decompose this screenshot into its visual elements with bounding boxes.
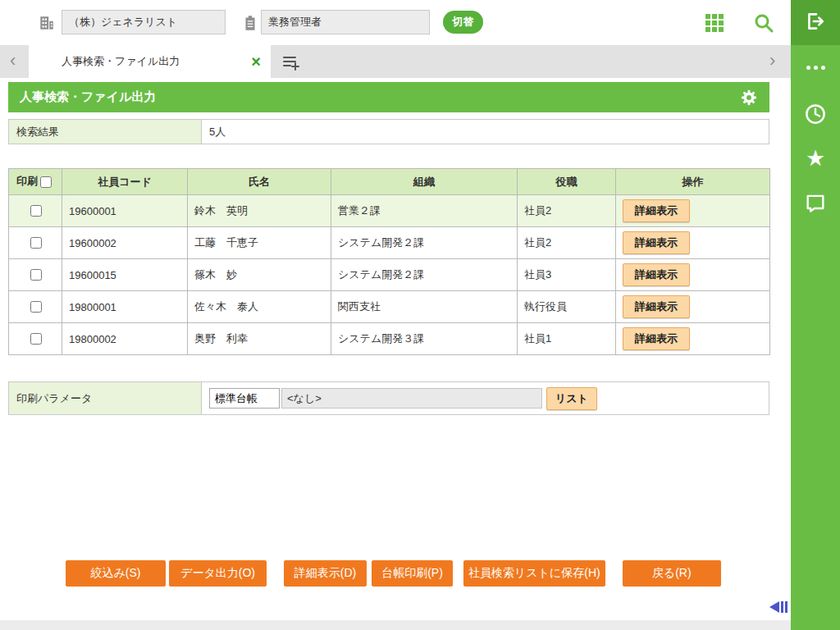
data-output-button[interactable]: データ出力(O) <box>169 560 267 587</box>
cell-name: 奥野 利幸 <box>188 323 331 355</box>
back-button[interactable]: 戻る(R) <box>623 560 721 587</box>
role-input[interactable] <box>261 10 430 34</box>
chevron-right-icon[interactable]: › <box>766 45 778 78</box>
bottom-scroll-strip[interactable] <box>0 620 791 630</box>
collapse-arrow-icon[interactable] <box>768 599 789 619</box>
detail-button[interactable]: 詳細表示 <box>623 295 690 318</box>
table-row: 19600001 鈴木 英明 営業２課 社員2 詳細表示 <box>9 195 770 227</box>
table-header-row: 印刷 社員コード 氏名 組織 役職 操作 <box>9 169 770 195</box>
sidebar: ★ <box>791 45 840 630</box>
header-print-label: 印刷 <box>16 175 38 187</box>
header-post: 役職 <box>518 169 616 195</box>
row-checkbox[interactable] <box>30 205 42 217</box>
cell-org: 関西支社 <box>331 291 518 323</box>
search-result-box: 検索結果 5人 <box>8 119 769 144</box>
table-row: 19600002 工藤 千恵子 システム開発２課 社員2 詳細表示 <box>9 227 770 259</box>
header-action: 操作 <box>616 169 770 195</box>
ledger-print-button[interactable]: 台帳印刷(P) <box>372 560 453 587</box>
detail-button[interactable]: 詳細表示 <box>623 263 690 286</box>
add-tab-icon[interactable] <box>281 52 300 72</box>
print-parameter-box: 印刷パラメータ <なし> リスト <box>8 381 769 415</box>
cell-code: 19800001 <box>62 291 188 323</box>
search-result-value: 5人 <box>202 120 226 144</box>
table-row: 19600015 篠木 妙 システム開発２課 社員3 詳細表示 <box>9 259 770 291</box>
cell-code: 19800002 <box>62 323 188 355</box>
cell-post: 社員2 <box>518 195 616 227</box>
logout-button[interactable] <box>791 0 840 45</box>
tab-bar: ‹ 人事検索・ファイル出力 × › <box>0 45 791 78</box>
detail-button[interactable]: 詳細表示 <box>623 199 690 222</box>
more-icon[interactable] <box>791 53 840 81</box>
tab-active[interactable]: 人事検索・ファイル出力 × <box>29 45 271 78</box>
cell-code: 19600001 <box>62 195 188 227</box>
row-checkbox[interactable] <box>30 301 42 313</box>
header-print: 印刷 <box>9 169 62 195</box>
table-row: 19800002 奥野 利幸 システム開発３課 社員1 詳細表示 <box>9 323 770 355</box>
cell-post: 執行役員 <box>518 291 616 323</box>
cell-post: 社員2 <box>518 227 616 259</box>
cell-org: システム開発２課 <box>331 227 518 259</box>
search-result-label: 検索結果 <box>9 120 202 144</box>
tab-close-icon[interactable]: × <box>251 52 261 71</box>
apps-grid-icon[interactable] <box>702 11 727 35</box>
ledger-input[interactable] <box>209 388 280 409</box>
company-building-icon <box>38 14 56 32</box>
cell-code: 19600015 <box>62 259 188 291</box>
cell-org: システム開発２課 <box>331 259 518 291</box>
detail-button[interactable]: 詳細表示 <box>623 327 690 350</box>
print-parameter-label: 印刷パラメータ <box>9 382 202 414</box>
filter-button[interactable]: 絞込み(S) <box>66 560 166 587</box>
role-clipboard-icon <box>241 14 259 32</box>
search-icon[interactable] <box>751 11 776 35</box>
company-input[interactable] <box>62 10 226 34</box>
tab-label: 人事検索・ファイル出力 <box>62 54 180 69</box>
row-checkbox[interactable] <box>30 269 42 281</box>
cell-org: システム開発３課 <box>331 323 518 355</box>
cell-name: 工藤 千恵子 <box>188 227 331 259</box>
history-icon[interactable] <box>791 100 840 128</box>
row-checkbox[interactable] <box>30 237 42 249</box>
save-search-list-button[interactable]: 社員検索リストに保存(H) <box>463 560 605 587</box>
cell-post: 社員1 <box>518 323 616 355</box>
cell-post: 社員3 <box>518 259 616 291</box>
gear-icon[interactable] <box>740 89 758 107</box>
header-org: 組織 <box>331 169 518 195</box>
employee-table: 印刷 社員コード 氏名 組織 役職 操作 19600001 鈴木 英明 営業２課… <box>8 168 770 355</box>
table-row: 19800001 佐々木 泰人 関西支社 執行役員 詳細表示 <box>9 291 770 323</box>
page-title: 人事検索・ファイル出力 <box>20 89 156 105</box>
header-code: 社員コード <box>62 169 188 195</box>
select-all-checkbox[interactable] <box>40 176 52 188</box>
cell-name: 佐々木 泰人 <box>188 291 331 323</box>
topbar: 切替 <box>0 0 791 45</box>
logout-icon <box>805 11 826 35</box>
footer-buttons: 絞込み(S) データ出力(O) 詳細表示(D) 台帳印刷(P) 社員検索リストに… <box>0 560 769 587</box>
cell-org: 営業２課 <box>331 195 518 227</box>
bookmark-icon[interactable] <box>791 189 840 217</box>
page-title-bar: 人事検索・ファイル出力 <box>8 82 769 112</box>
switch-button[interactable]: 切替 <box>443 11 483 34</box>
star-icon[interactable]: ★ <box>791 144 840 172</box>
param-secondary-field: <なし> <box>281 388 542 409</box>
header-name: 氏名 <box>188 169 331 195</box>
row-checkbox[interactable] <box>30 333 42 345</box>
detail-button[interactable]: 詳細表示 <box>623 231 690 254</box>
cell-code: 19600002 <box>62 227 188 259</box>
detail-display-button[interactable]: 詳細表示(D) <box>284 560 367 587</box>
chevron-left-icon[interactable]: ‹ <box>7 45 19 78</box>
cell-name: 篠木 妙 <box>188 259 331 291</box>
list-button[interactable]: リスト <box>546 387 597 410</box>
cell-name: 鈴木 英明 <box>188 195 331 227</box>
